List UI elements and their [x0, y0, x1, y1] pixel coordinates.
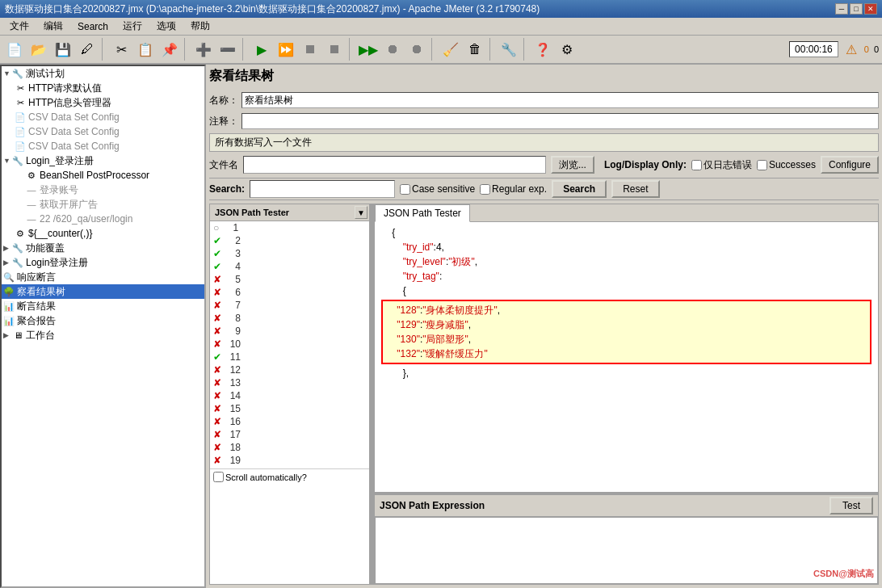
- expand-icon-4: ▶: [3, 258, 11, 267]
- collapse-button[interactable]: ➖: [216, 38, 239, 61]
- counter-icon: ⚙: [15, 229, 26, 239]
- search-input[interactable]: [250, 180, 395, 198]
- json-path-tab[interactable]: JSON Path Tester: [375, 204, 470, 222]
- list-item[interactable]: ○1: [210, 221, 369, 234]
- tree-item-coverage[interactable]: ▶ 🔧 功能覆盖: [2, 241, 204, 255]
- remote-stop-all-button[interactable]: ⏺: [405, 38, 428, 61]
- maximize-button[interactable]: □: [850, 3, 863, 15]
- tree-item-csv3[interactable]: 📄 CSV Data Set Config: [2, 139, 204, 153]
- help-button[interactable]: ❓: [531, 38, 554, 61]
- stop-button[interactable]: ⏹: [299, 38, 321, 61]
- list-item[interactable]: ✘6: [210, 286, 369, 299]
- browse-button[interactable]: 浏览...: [551, 156, 594, 174]
- reset-button[interactable]: Reset: [611, 180, 659, 198]
- list-item[interactable]: ✘9: [210, 325, 369, 338]
- menu-item-文件[interactable]: 文件: [3, 18, 36, 35]
- tree-label: ${__counter(,)}: [28, 228, 92, 239]
- tree-item-http-defaults[interactable]: ✂ HTTP请求默认值: [2, 81, 204, 95]
- cut-button[interactable]: ✂: [110, 38, 132, 61]
- save-button[interactable]: 💾: [52, 38, 74, 61]
- remote-run-button[interactable]: ▶▶: [357, 38, 380, 61]
- name-input[interactable]: [242, 92, 879, 108]
- expand-button[interactable]: ➕: [192, 38, 215, 61]
- tree-item-test-plan[interactable]: ▼ 🔧 测试计划: [2, 66, 204, 81]
- tree-item-response-assertion[interactable]: 🔍 响应断言: [2, 270, 204, 284]
- tree-item-get-screen[interactable]: — 获取开屏广告: [2, 197, 204, 212]
- separator-7: [523, 38, 528, 61]
- run-all-button[interactable]: ⏩: [275, 38, 297, 61]
- case-sensitive-label[interactable]: Case sensitive: [400, 183, 475, 195]
- tree-item-beanshell[interactable]: ⚙ BeanShell PostProcessor: [2, 168, 204, 183]
- list-item[interactable]: ✘14: [210, 389, 369, 402]
- status-icon: ✘: [213, 300, 221, 311]
- copy-button[interactable]: 📋: [134, 38, 157, 61]
- menu-item-运行[interactable]: 运行: [116, 18, 149, 35]
- tree-item-aggregate-report[interactable]: 📊 聚合报告: [2, 313, 204, 328]
- save-as-button[interactable]: 🖊: [76, 38, 99, 61]
- tree-item-csv1[interactable]: 📄 CSV Data Set Config: [2, 110, 204, 124]
- menu-item-选项[interactable]: 选项: [150, 18, 183, 35]
- list-dropdown-button[interactable]: ▼: [355, 206, 368, 219]
- clear-button[interactable]: 🧹: [439, 38, 462, 61]
- tree-label: 工作台: [26, 329, 55, 342]
- list-item[interactable]: ✔4: [210, 260, 369, 273]
- case-sensitive-checkbox[interactable]: [400, 184, 410, 195]
- log-errors-check-label[interactable]: 仅日志错误: [691, 158, 752, 172]
- tree-item-login-account[interactable]: — 登录账号: [2, 183, 204, 197]
- list-item[interactable]: ✔3: [210, 247, 369, 260]
- expression-input[interactable]: [375, 517, 878, 584]
- clear-all-button[interactable]: 🗑: [464, 38, 486, 61]
- tree-item-workbench[interactable]: ▶ 🖥 工作台: [2, 328, 204, 342]
- list-item[interactable]: ✘15: [210, 402, 369, 415]
- close-button[interactable]: ✕: [864, 3, 877, 15]
- right-split: JSON Path Tester { "try_id":4, "try_leve…: [375, 204, 878, 584]
- stop-now-button[interactable]: ⏹: [323, 38, 346, 61]
- list-item[interactable]: ✘7: [210, 299, 369, 312]
- regular-exp-label[interactable]: Regular exp.: [480, 183, 547, 195]
- paste-button[interactable]: 📌: [158, 38, 181, 61]
- search-button[interactable]: Search: [552, 180, 607, 198]
- status-icon: ✔: [213, 261, 221, 272]
- list-item[interactable]: ✔11: [210, 351, 369, 363]
- status-icon: ✔: [213, 248, 221, 259]
- list-item[interactable]: ✘8: [210, 312, 369, 325]
- new-button[interactable]: 📄: [3, 38, 26, 61]
- log-errors-checkbox[interactable]: [691, 160, 702, 170]
- list-item[interactable]: ✘12: [210, 363, 369, 376]
- settings-button[interactable]: ⚙: [556, 38, 578, 61]
- successes-checkbox[interactable]: [757, 160, 767, 170]
- test-button[interactable]: Test: [830, 497, 873, 514]
- list-item[interactable]: ✘17: [210, 428, 369, 441]
- menu-item-帮助[interactable]: 帮助: [184, 18, 216, 35]
- menu-item-search[interactable]: Search: [71, 19, 115, 34]
- tree-label: Login登录注册: [26, 256, 88, 270]
- run-button[interactable]: ▶: [250, 38, 273, 61]
- comment-input[interactable]: [242, 113, 879, 129]
- list-item[interactable]: ✔2: [210, 234, 369, 247]
- regular-exp-checkbox[interactable]: [480, 184, 490, 195]
- list-item[interactable]: ✘5: [210, 273, 369, 286]
- list-item[interactable]: ✘10: [210, 338, 369, 351]
- tree-item-login-group[interactable]: ▼ 🔧 Login_登录注册: [2, 153, 204, 168]
- tree-item-qa-user[interactable]: — 22 /620_qa/user/login: [2, 212, 204, 226]
- expand-icon: ▼: [3, 69, 11, 78]
- list-item[interactable]: ✘18: [210, 441, 369, 454]
- tree-item-http-headers[interactable]: ✂ HTTP信息头管理器: [2, 95, 204, 110]
- tree-item-csv2[interactable]: 📄 CSV Data Set Config: [2, 124, 204, 139]
- configure-button[interactable]: Configure: [821, 156, 879, 174]
- menu-item-编辑[interactable]: 编辑: [37, 18, 69, 35]
- minimize-button[interactable]: ─: [835, 3, 848, 15]
- remote-stop-button[interactable]: ⏺: [381, 38, 404, 61]
- file-input[interactable]: [243, 156, 546, 174]
- tree-item-view-results[interactable]: 🌳 察看结果树: [2, 284, 204, 299]
- open-button[interactable]: 📂: [27, 38, 50, 61]
- successes-check-label[interactable]: Successes: [757, 159, 816, 170]
- list-item[interactable]: ✘16: [210, 415, 369, 428]
- scroll-auto-checkbox[interactable]: [213, 472, 224, 482]
- list-item[interactable]: ✘19: [210, 454, 369, 467]
- tree-item-assertion-results[interactable]: 📊 断言结果: [2, 299, 204, 313]
- tree-item-login-register[interactable]: ▶ 🔧 Login登录注册: [2, 255, 204, 270]
- tree-item-counter[interactable]: ⚙ ${__counter(,)}: [2, 226, 204, 241]
- list-item[interactable]: ✘13: [210, 376, 369, 389]
- function-helper-button[interactable]: 🔧: [498, 38, 520, 61]
